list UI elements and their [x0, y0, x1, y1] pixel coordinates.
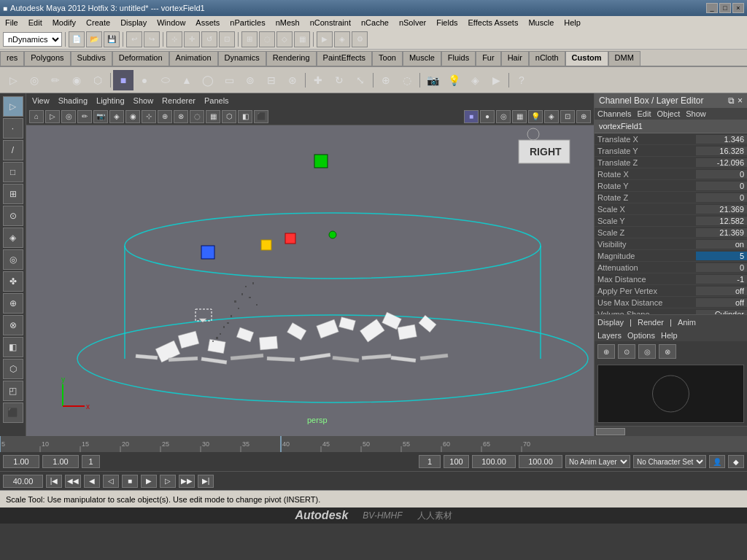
cube-icon[interactable]: ■: [113, 70, 133, 90]
cb-icon2[interactable]: ⊙: [618, 344, 635, 359]
close-button[interactable]: ×: [732, 3, 744, 13]
cb-close-btn[interactable]: ×: [738, 96, 743, 106]
render-button[interactable]: ▶: [317, 31, 333, 47]
select-icon[interactable]: ▷: [3, 70, 23, 90]
keyframe-icon[interactable]: ◆: [728, 455, 744, 468]
channel-row-15[interactable]: Volume ShapeCylinder: [595, 308, 747, 314]
channel-row-9[interactable]: Visibilityon: [595, 238, 747, 250]
cb-edit-menu[interactable]: Edit: [637, 109, 651, 118]
lasso-icon[interactable]: ◎: [24, 70, 44, 90]
uv-mask[interactable]: ⊞: [3, 184, 23, 204]
tab-muscle[interactable]: Muscle: [403, 51, 441, 66]
nurbs-cylinder-icon[interactable]: ⊛: [282, 70, 303, 90]
paint-icon[interactable]: ✏: [45, 70, 66, 90]
cb-object-menu[interactable]: Object: [657, 109, 680, 118]
tool8[interactable]: ⬡: [3, 359, 23, 379]
camera-icon[interactable]: 📷: [422, 70, 443, 90]
tool3[interactable]: ◎: [3, 249, 23, 270]
tab-toon[interactable]: Toon: [372, 51, 403, 66]
menu-muscle[interactable]: Muscle: [526, 18, 556, 27]
scale-tool[interactable]: ⊡: [219, 31, 235, 47]
tab-rendering[interactable]: Rendering: [266, 51, 317, 66]
cb-help-tab[interactable]: Help: [661, 331, 678, 340]
vp-home[interactable]: ⌂: [29, 110, 44, 123]
move-tool[interactable]: ✛: [184, 31, 200, 47]
open-file-button[interactable]: 📂: [86, 31, 102, 47]
stop-btn[interactable]: ■: [122, 475, 138, 488]
channel-row-10[interactable]: Magnitude5: [595, 250, 747, 262]
vp-lighting[interactable]: Lighting: [96, 96, 125, 105]
tab-ncloth[interactable]: nCloth: [529, 51, 565, 66]
tool5[interactable]: ⊕: [3, 293, 23, 314]
vp-paint[interactable]: ✏: [77, 110, 92, 123]
rotate-icon[interactable]: ↻: [329, 70, 349, 90]
viewport-canvas[interactable]: x y: [26, 125, 594, 436]
vp-tb3[interactable]: ⊹: [142, 110, 156, 123]
sphere-icon[interactable]: ●: [134, 70, 155, 90]
speed-input[interactable]: [472, 455, 516, 468]
vp-shadow-btn[interactable]: ◈: [544, 110, 559, 123]
channel-row-2[interactable]: Translate Z-12.096: [595, 157, 747, 168]
range-start-input[interactable]: [419, 455, 441, 468]
snap-curve[interactable]: ◌: [259, 31, 275, 47]
redo-button[interactable]: ↪: [144, 31, 160, 47]
move-icon[interactable]: ✚: [308, 70, 328, 90]
prev-key-btn[interactable]: ◀◀: [65, 475, 81, 488]
vp-iso-btn[interactable]: ⊕: [576, 110, 591, 123]
vp-tb4[interactable]: ⊕: [158, 110, 172, 123]
vp-tb7[interactable]: ▦: [206, 110, 220, 123]
next-frame-btn[interactable]: ▷: [160, 475, 176, 488]
cb-show-menu[interactable]: Show: [686, 109, 706, 118]
channel-row-13[interactable]: Apply Per Vertexoff: [595, 285, 747, 297]
vp-tb1[interactable]: ◈: [109, 110, 124, 123]
channel-value-1[interactable]: 16.328: [696, 147, 747, 155]
channel-value-8[interactable]: 21.369: [696, 228, 747, 237]
go-start-btn[interactable]: |◀: [46, 475, 62, 488]
viewport[interactable]: View Shading Lighting Show Renderer Pane…: [26, 93, 594, 436]
help-icon[interactable]: ?: [511, 70, 532, 90]
tab-painteffects[interactable]: PaintEffects: [317, 51, 373, 66]
char-set-select[interactable]: No Character Set: [633, 455, 706, 468]
char-set-icon[interactable]: 👤: [709, 455, 725, 468]
channel-row-3[interactable]: Rotate X0: [595, 168, 747, 180]
tool7[interactable]: ◧: [3, 337, 23, 357]
vp-camera[interactable]: 📷: [93, 110, 108, 123]
cb-scrollbar[interactable]: [595, 426, 747, 436]
vp-renderer[interactable]: Renderer: [162, 96, 196, 105]
tab-res[interactable]: res: [0, 51, 24, 66]
channel-row-0[interactable]: Translate X1.346: [595, 133, 747, 145]
channel-value-10[interactable]: 5: [696, 252, 747, 260]
menu-modify[interactable]: Modify: [50, 18, 78, 27]
start-frame-input[interactable]: [3, 455, 39, 468]
cb-icon4[interactable]: ⊗: [659, 344, 676, 359]
render-icon2[interactable]: ▶: [486, 70, 506, 90]
menu-create[interactable]: Create: [84, 18, 112, 27]
fps-input[interactable]: [519, 455, 562, 468]
tab-dmm[interactable]: DMM: [608, 51, 640, 66]
dynamics-select[interactable]: nDynamics: [3, 32, 62, 47]
menu-nsolver[interactable]: nSolver: [397, 18, 428, 27]
channel-value-9[interactable]: on: [696, 240, 747, 249]
menu-effects-assets[interactable]: Effects Assets: [466, 18, 521, 27]
menu-ncache[interactable]: nCache: [359, 18, 391, 27]
channel-value-0[interactable]: 1.346: [696, 135, 747, 144]
timeline-ruler[interactable]: 5 10 15 20 25 30 35 40 45 50 55 60 65: [0, 436, 747, 452]
plane-icon[interactable]: ▭: [219, 70, 239, 90]
face-mask[interactable]: □: [3, 162, 23, 182]
cb-render-tab[interactable]: Render: [638, 318, 664, 327]
next-key-btn[interactable]: ▶▶: [179, 475, 195, 488]
tool2[interactable]: ◈: [3, 228, 23, 248]
cb-options-tab[interactable]: Options: [627, 331, 655, 340]
play-reverse-btn[interactable]: ◁: [103, 475, 119, 488]
cb-icon1[interactable]: ⊕: [597, 344, 615, 359]
menu-assets[interactable]: Assets: [193, 18, 222, 27]
save-file-button[interactable]: 💾: [104, 31, 120, 47]
go-end-btn[interactable]: ▶|: [198, 475, 214, 488]
menu-file[interactable]: File: [3, 18, 20, 27]
end-frame-input-2[interactable]: [42, 455, 79, 468]
magnet-icon[interactable]: ⊕: [376, 70, 396, 90]
nurbs-sphere-icon[interactable]: ⊚: [240, 70, 260, 90]
tool10[interactable]: ⬛: [3, 402, 23, 423]
channel-value-5[interactable]: 0: [696, 193, 747, 202]
vp-wire-btn[interactable]: ◎: [496, 110, 511, 123]
